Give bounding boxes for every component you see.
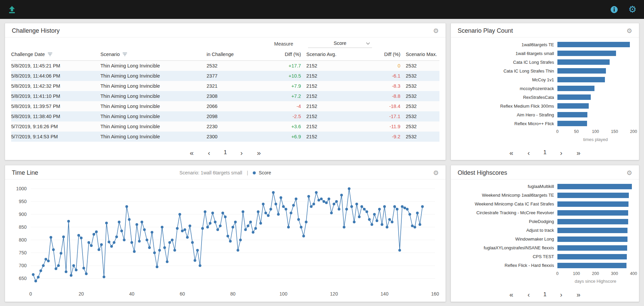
last-page-button[interactable]: » [576,291,581,298]
panel-gear-icon[interactable]: ⚙ [433,170,439,176]
data-point [65,270,67,273]
bar-track [557,77,634,82]
data-point [201,227,204,229]
prev-page-button[interactable]: ‹ [527,291,530,298]
cell-date: 5/8/2019, 11:39:57 PM [11,101,100,111]
panel-title: Scenario Play Count [458,27,513,34]
data-point [368,218,371,221]
table-row[interactable]: 5/8/2019, 11:38:40 PMThin Aiming Long In… [11,111,439,121]
data-point [270,207,272,210]
data-point [211,212,214,214]
data-point [237,249,239,251]
bar-row: Cata IC Long Strafes Thin [456,66,634,75]
cell-scenario-max: 2532 [400,111,439,121]
x-axis-label: days since Highscore [557,278,634,284]
timeline-chart: 6507007508008509009501000020406080100120… [11,180,444,299]
bar-row: CPS TEST [456,252,634,261]
cell-date: 5/8/2019, 11:42:32 PM [11,81,100,91]
pagination: « ‹ 1 › » [451,286,639,302]
first-page-button[interactable]: « [189,149,194,156]
first-page-button[interactable]: « [509,149,514,156]
data-point [138,240,141,243]
cell-diff-avg: -18.4 [351,101,400,111]
data-point [297,218,300,221]
data-point [361,205,363,208]
cell-scenario-avg: 2152 [301,71,351,81]
data-point [280,196,282,199]
table-row[interactable]: 5/8/2019, 11:42:32 PMThin Aiming Long In… [11,81,439,91]
x-tick-label: 100 [592,129,599,134]
measure-select[interactable]: Score [308,40,372,48]
bar-category-label: Circlestrafe Tracking - McCree Revolver [456,210,557,215]
oldest-highscores-chart: fuglaaMultikillWeekend Minicomp 1wall6ta… [451,179,639,285]
filter-icon[interactable] [122,52,127,56]
data-point [262,202,265,205]
column-header: Diff (%) [267,50,301,61]
subtitle-separator: | [247,170,248,175]
data-point [199,264,202,267]
data-point [174,249,176,251]
panel-gear-icon[interactable]: ⚙ [626,170,632,176]
data-point [295,197,298,200]
data-point [62,235,65,238]
upload-icon[interactable] [7,5,17,14]
cell-in-challenge: 2300 [207,132,267,142]
cell-diff-challenge: -4 [267,101,301,111]
bar-row: Aim Hero - Strafing [456,110,634,119]
cell-date: 5/8/2019, 11:41:10 PM [11,91,100,101]
bar-category-label: Reflex Medium Flick 300ms [456,104,557,109]
measure-label: Measure [274,41,293,47]
y-tick-label: 900 [19,212,27,217]
measure-select-value: Score [334,40,346,46]
bar-category-label: Weekend Minicomp Cata IC Fast Strafes [456,201,557,206]
info-icon-glyph [610,5,618,14]
cell-diff-challenge: +3.6 [267,121,301,132]
table-row[interactable]: 5/8/2019, 11:44:06 PMThin Aiming Long In… [11,71,439,81]
data-point [221,212,224,214]
settings-gear-icon[interactable]: ⚙ [628,5,637,14]
next-page-button[interactable]: › [240,149,243,156]
y-tick-label: 650 [19,276,27,281]
info-icon[interactable] [610,5,618,14]
bar [557,245,627,251]
prev-page-button[interactable]: ‹ [207,149,211,156]
table-row[interactable]: 5/8/2019, 11:45:21 PMThin Aiming Long In… [11,61,439,71]
data-point [125,205,128,208]
table-row[interactable]: 5/8/2019, 11:41:10 PMThin Aiming Long In… [11,91,439,101]
table-row[interactable]: 5/7/2019, 9:14:53 PMThin Aiming Long Inv… [11,132,439,142]
cell-scenario-avg: 2152 [301,121,351,132]
last-page-button[interactable]: » [576,149,581,156]
x-tick-label: 50 [574,129,579,134]
last-page-button[interactable]: » [256,149,262,156]
data-point [267,214,270,217]
column-header: Challenge Date [11,50,100,61]
data-point [32,273,35,276]
next-page-button[interactable]: › [559,291,563,298]
data-point [408,213,411,216]
bar [557,94,591,100]
challenge-table-body: 5/8/2019, 11:45:21 PMThin Aiming Long In… [11,61,439,142]
data-point [57,264,60,267]
cell-scenario: Thin Aiming Long Invincible [100,132,207,142]
data-point [416,212,419,214]
challenge-history-header: Challenge History ⚙ [5,23,446,37]
table-row[interactable]: 5/8/2019, 11:39:57 PMThin Aiming Long In… [11,101,439,111]
data-point [333,202,335,205]
data-point [161,226,163,228]
data-point [110,245,113,248]
first-page-button[interactable]: « [509,291,514,298]
bar [557,219,628,224]
data-point [325,201,328,204]
column-header-label: Scenario Max. [406,52,437,57]
panel-gear-icon[interactable]: ⚙ [433,28,439,34]
filter-icon[interactable] [48,52,53,56]
cell-date: 5/8/2019, 11:38:40 PM [11,111,100,121]
panel-gear-icon[interactable]: ⚙ [626,28,632,34]
data-point [244,228,247,231]
table-row[interactable]: 5/7/2019, 9:16:26 PMThin Aiming Long Inv… [11,121,439,132]
x-tick-label: 100 [573,271,580,276]
next-page-button[interactable]: › [559,149,563,156]
prev-page-button[interactable]: ‹ [527,149,530,156]
data-point [206,226,209,228]
cell-diff-avg: -17.1 [351,111,400,121]
